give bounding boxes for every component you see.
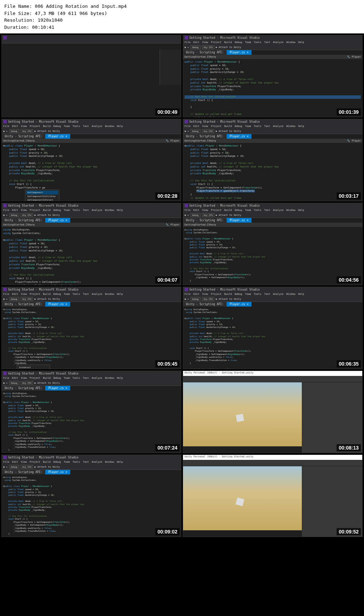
tab-scripting[interactable]: Unity - Scripting API:	[183, 50, 227, 55]
code-editor[interactable]: ⊟using UnityEngine; using System.Collect…	[2, 307, 181, 369]
thumb-10: Unity Personal (64bit) - Getting Started…	[183, 371, 363, 453]
timestamp: 00:06:35	[337, 360, 361, 367]
code-editor[interactable]: ⊟using UnityEngine; using System.Collect…	[2, 474, 181, 537]
resolution-label: Resolution: 1920x1040	[4, 17, 360, 24]
intellisense-popup[interactable]: broadcast BroadcastMessage destroy FindG…	[17, 365, 50, 369]
code-editor[interactable]: ⊟using UnityEngine; using System.Collect…	[183, 227, 362, 285]
timestamp: 00:05:45	[155, 360, 180, 367]
code-editor[interactable]: ⊟using UnityEngine; using System.Collect…	[183, 307, 362, 369]
unity-inspector[interactable]	[302, 382, 362, 453]
code-editor[interactable]: ⊟public class Player : MonoBehaviour { p…	[2, 143, 181, 201]
unity-scene-view[interactable]	[183, 466, 302, 530]
vs-icon	[3, 120, 7, 123]
menubar[interactable]: FileEditViewProjectBuildDebugTeamToolsTe…	[183, 124, 362, 128]
vs-icon	[3, 372, 7, 375]
solution-explorer[interactable]	[160, 49, 181, 85]
timestamp: 00:04:56	[337, 276, 361, 283]
thumb-8: Getting Started - Microsoft Visual Studi…	[183, 287, 363, 369]
thumb-7: Getting Started - Microsoft Visual Studi…	[1, 287, 181, 369]
menubar[interactable]: FileEditViewProjectBuildDebugTeamToolsTe…	[2, 124, 181, 128]
vs-icon	[3, 36, 7, 39]
timestamp: 00:04:07	[155, 276, 180, 283]
unity-toolbar[interactable]	[183, 460, 362, 466]
code-editor[interactable]: using UnityEngine; using System.Collecti…	[2, 227, 181, 285]
vs-icon	[3, 204, 7, 207]
timestamp: 00:07:24	[155, 444, 180, 451]
vs-icon	[3, 288, 7, 291]
toolbar[interactable]: ◉ ▸DebugAny CPU▶Attach to Unity	[183, 128, 362, 134]
player-cube[interactable]	[236, 414, 244, 422]
intellisense-popup[interactable]: GetComponent GetComponentInChildren GetC…	[25, 190, 59, 201]
vs-icon	[184, 288, 188, 291]
menubar[interactable]: FileEditViewProjectBuildDebugTeamToolsTe…	[183, 40, 362, 44]
vs-icon	[184, 36, 188, 39]
timestamp: 00:00:49	[155, 108, 180, 116]
filename-label: File Name: 006 Adding Rotation and Input…	[4, 3, 360, 10]
unity-titlebar: Unity Personal (64bit) - Getting Started…	[183, 371, 362, 376]
unity-inspector[interactable]	[302, 466, 362, 537]
timestamp: 00:01:39	[337, 108, 361, 116]
code-editor[interactable]: ⊟using UnityEngine; using System.Collect…	[2, 391, 181, 453]
timestamp: 00:02:28	[155, 192, 180, 200]
thumb-4: Getting Started - Microsoft Visual Studi…	[183, 119, 363, 201]
thumb-12: Unity Personal (64bit) - Getting Started…	[183, 455, 363, 537]
vs-icon	[184, 204, 188, 207]
unity-scene-view[interactable]	[183, 382, 302, 446]
thumb-5: Getting Started - Microsoft Visual Studi…	[1, 203, 181, 285]
vs-icon	[184, 120, 188, 123]
vs-icon	[3, 456, 7, 459]
timestamp: 00:08:13	[337, 444, 361, 451]
tab-player[interactable]: Player.cs ×	[227, 50, 252, 55]
code-editor[interactable]: public class Player : MonoBehaviour { pu…	[183, 59, 362, 117]
filesize-label: File Size: 47,3 MB (49 611 966 bytes)	[4, 10, 360, 17]
unity-toolbar[interactable]	[183, 376, 362, 382]
thumb-9: Getting Started - Microsoft Visual Studi…	[1, 371, 181, 453]
toolbar[interactable]: ◉ ▸DebugAny CPU▶Attach to Unity	[2, 128, 181, 134]
mpc-watermark: MPC-HC	[308, 3, 360, 20]
timestamp: 00:09:02	[155, 528, 180, 535]
timestamp: 00:09:52	[337, 528, 361, 535]
unity-titlebar: Unity Personal (64bit) - Getting Started…	[183, 455, 362, 460]
thumb-1: 00:00:49	[1, 35, 181, 117]
thumb-3: Getting Started - Microsoft Visual Studi…	[1, 119, 181, 201]
duration-label: Duration: 00:10:41	[4, 24, 360, 31]
code-editor[interactable]: ⊟public class Player : MonoBehaviour { p…	[183, 143, 362, 201]
thumb-11: Getting Started - Microsoft Visual Studi…	[1, 455, 181, 537]
toolbar[interactable]: ◉ ▸DebugAny CPU▶Attach to Unity	[183, 44, 362, 50]
thumb-2: Getting Started - Microsoft Visual Studi…	[183, 35, 363, 117]
player-cube[interactable]	[236, 498, 244, 506]
timestamp: 00:03:17	[337, 192, 361, 200]
thumb-6: Getting Started - Microsoft Visual Studi…	[183, 203, 363, 285]
thumbnail-grid: 00:00:49 Getting Started - Microsoft Vis…	[0, 33, 364, 538]
attach-button[interactable]: Attach to Unity	[219, 46, 241, 49]
